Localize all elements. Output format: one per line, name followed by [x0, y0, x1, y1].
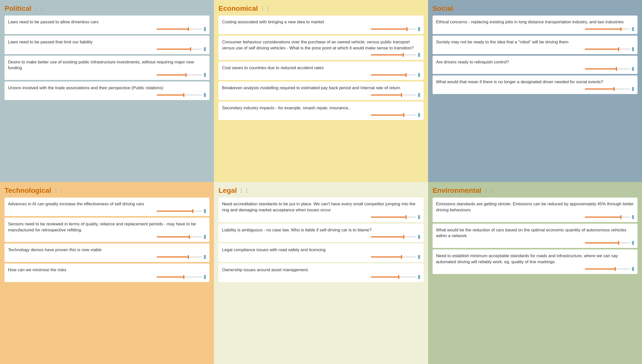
- slider-economical-1[interactable]: [222, 53, 420, 58]
- card-legal-0[interactable]: Need accreditation standards to be put i…: [218, 198, 423, 222]
- title-social: Social⋮⋮: [433, 5, 637, 13]
- slider-legal-2[interactable]: [222, 255, 420, 260]
- dots-social[interactable]: ⋮⋮: [455, 6, 466, 12]
- slider-track-legal-1[interactable]: [371, 236, 416, 237]
- slider-track-social-3[interactable]: [585, 88, 630, 89]
- title-political: Political⋮⋮: [5, 5, 209, 13]
- slider-track-economical-2[interactable]: [371, 74, 416, 75]
- card-technological-0[interactable]: Advances in AI can greatly increase the …: [5, 198, 209, 216]
- card-text-legal-3: Ownership issues around asset management…: [222, 267, 420, 273]
- slider-thumb-technological-1: [189, 235, 190, 239]
- card-social-2[interactable]: Are drivers ready to relinquish control?: [433, 56, 637, 74]
- card-social-1[interactable]: Society may not be ready to the idea tha…: [433, 36, 637, 54]
- slider-political-1[interactable]: [8, 47, 206, 52]
- slider-track-social-0[interactable]: [585, 29, 630, 30]
- card-economical-0[interactable]: Costing associated with bringing a new i…: [218, 16, 423, 34]
- slider-political-3[interactable]: [8, 93, 206, 98]
- card-economical-3[interactable]: Breakeven analysis modelling required to…: [218, 81, 423, 100]
- slider-track-environmental-2[interactable]: [585, 268, 630, 269]
- slider-social-2[interactable]: [436, 67, 634, 72]
- slider-social-3[interactable]: [436, 87, 634, 92]
- quadrant-social: Social⋮⋮Ethical concerns - replacing exi…: [428, 0, 642, 182]
- slider-track-legal-3[interactable]: [371, 277, 416, 278]
- card-political-3[interactable]: Unions involved with the trade associati…: [5, 81, 209, 100]
- title-text-social: Social: [433, 5, 453, 13]
- card-economical-2[interactable]: Cost saves to countries due to reduced a…: [218, 61, 423, 80]
- card-text-social-3: What would that mean if there is no long…: [436, 79, 634, 85]
- slider-track-political-1[interactable]: [157, 49, 202, 50]
- slider-economical-4[interactable]: [222, 113, 420, 118]
- slider-environmental-2[interactable]: [436, 267, 634, 272]
- slider-environmental-1[interactable]: [436, 241, 634, 246]
- slider-thumb-economical-3: [401, 93, 402, 97]
- slider-track-legal-2[interactable]: [371, 256, 416, 257]
- card-text-political-0: Laws need to be passed to allow driverle…: [8, 19, 206, 25]
- dots-technological[interactable]: ⋮⋮: [53, 188, 64, 194]
- card-legal-2[interactable]: Legal compliance issues with road safety…: [218, 243, 423, 262]
- card-technological-3[interactable]: How can we minimise the risks: [5, 263, 209, 282]
- slider-track-social-2[interactable]: [585, 68, 630, 69]
- slider-economical-3[interactable]: [222, 93, 420, 98]
- slider-environmental-0[interactable]: [436, 215, 634, 220]
- card-economical-4[interactable]: Secondary industry impacts - for example…: [218, 102, 423, 120]
- slider-economical-2[interactable]: [222, 73, 420, 78]
- dots-political[interactable]: ⋮⋮: [33, 6, 44, 12]
- dots-environmental[interactable]: ⋮⋮: [483, 188, 494, 194]
- slider-track-economical-0[interactable]: [371, 29, 416, 30]
- slider-indicator-legal-0: [418, 215, 420, 219]
- slider-track-social-1[interactable]: [585, 49, 630, 50]
- slider-technological-2[interactable]: [8, 255, 206, 260]
- slider-track-economical-1[interactable]: [371, 54, 416, 55]
- slider-track-technological-2[interactable]: [157, 256, 202, 257]
- card-political-0[interactable]: Laws need to be passed to allow driverle…: [5, 16, 209, 34]
- slider-track-environmental-1[interactable]: [585, 242, 630, 243]
- slider-legal-1[interactable]: [222, 235, 420, 240]
- quadrant-legal: Legal⋮⋮Need accreditation standards to b…: [214, 182, 428, 364]
- slider-indicator-social-2: [632, 67, 634, 71]
- slider-track-technological-3[interactable]: [157, 277, 202, 278]
- slider-legal-0[interactable]: [222, 215, 420, 220]
- slider-thumb-political-2: [186, 73, 187, 77]
- slider-fill-technological-1: [157, 236, 189, 237]
- card-economical-1[interactable]: Consumer behaviour considerations over t…: [218, 36, 423, 60]
- slider-political-0[interactable]: [8, 27, 206, 32]
- slider-track-political-2[interactable]: [157, 74, 202, 75]
- card-social-3[interactable]: What would that mean if there is no long…: [433, 75, 637, 94]
- slider-indicator-political-3: [204, 93, 206, 97]
- slider-economical-0[interactable]: [222, 27, 420, 32]
- slider-technological-1[interactable]: [8, 235, 206, 240]
- card-environmental-1[interactable]: What would be the reduction of cars base…: [433, 224, 637, 248]
- slider-social-1[interactable]: [436, 47, 634, 52]
- card-political-1[interactable]: Laws need to be passed that limit our li…: [5, 36, 209, 54]
- card-text-technological-3: How can we minimise the risks: [8, 267, 206, 273]
- card-technological-2[interactable]: Technology demos have proven this is now…: [5, 243, 209, 262]
- slider-fill-social-1: [585, 49, 619, 50]
- card-social-0[interactable]: Ethical concerns - replacing existing jo…: [433, 16, 637, 34]
- slider-social-0[interactable]: [436, 27, 634, 32]
- quadrant-political: Political⋮⋮Laws need to be passed to all…: [0, 0, 214, 182]
- card-legal-3[interactable]: Ownership issues around asset management…: [218, 263, 423, 282]
- slider-technological-0[interactable]: [8, 209, 206, 214]
- slider-track-economical-3[interactable]: [371, 95, 416, 96]
- slider-track-political-0[interactable]: [157, 29, 202, 30]
- slider-legal-3[interactable]: [222, 275, 420, 280]
- card-technological-1[interactable]: Sensors need to be reviewed in terms of …: [5, 218, 209, 242]
- slider-track-political-3[interactable]: [157, 95, 202, 96]
- card-environmental-2[interactable]: Need to establish minimum acceptable sta…: [433, 249, 637, 274]
- slider-track-environmental-0[interactable]: [585, 217, 630, 218]
- slider-indicator-economical-3: [418, 93, 420, 97]
- slider-track-technological-1[interactable]: [157, 236, 202, 237]
- dots-economical[interactable]: ⋮⋮: [260, 6, 271, 12]
- slider-track-technological-0[interactable]: [157, 211, 202, 212]
- slider-fill-political-2: [157, 74, 186, 75]
- card-environmental-0[interactable]: Emissions standards are getting stricter…: [433, 198, 637, 222]
- quadrant-environmental: Environmental⋮⋮Emissions standards are g…: [428, 182, 642, 364]
- slider-track-economical-4[interactable]: [371, 115, 416, 116]
- slider-political-2[interactable]: [8, 73, 206, 78]
- dots-legal[interactable]: ⋮⋮: [239, 188, 250, 194]
- slider-indicator-technological-2: [204, 255, 206, 259]
- slider-technological-3[interactable]: [8, 275, 206, 280]
- slider-track-legal-0[interactable]: [371, 217, 416, 218]
- card-political-2[interactable]: Desire to make better use of existing pu…: [5, 56, 209, 80]
- card-legal-1[interactable]: Liability is ambiguous - no case law. Wh…: [218, 224, 423, 242]
